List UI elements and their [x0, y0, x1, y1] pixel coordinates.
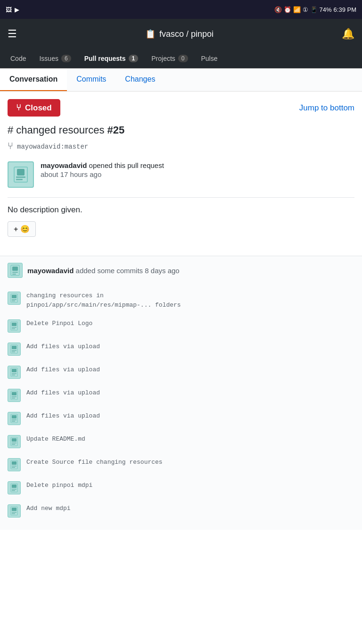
commits-meta: mayowadavid added some commits 8 days ag…: [27, 267, 180, 275]
svg-rect-21: [12, 369, 16, 372]
tab-issues[interactable]: Issues 6: [33, 49, 77, 68]
hamburger-menu[interactable]: ☰: [8, 28, 17, 40]
svg-rect-13: [12, 323, 16, 326]
pr-tab-commits-label: Commits: [76, 75, 106, 83]
emoji-btn-label: + 😊: [14, 225, 30, 234]
avatar-svg: [13, 166, 28, 183]
svg-rect-11: [12, 301, 15, 301]
tab-issues-label: Issues: [39, 55, 58, 62]
tab-code[interactable]: Code: [4, 49, 33, 68]
commit-item-3: Add files via upload: [8, 337, 362, 360]
pr-time: about 17 hours ago: [41, 170, 164, 178]
commit-icon-2: [8, 319, 21, 333]
commit-icon-4: [8, 366, 21, 379]
small-avatar-svg: [10, 265, 20, 276]
svg-rect-33: [12, 438, 16, 442]
repo-title: 📋 fvasco / pinpoi: [145, 29, 214, 39]
commit-msg-6: Add files via upload: [26, 411, 100, 421]
pr-tabs: Conversation Commits Changes: [0, 68, 362, 92]
pr-title-prefix: # changed resources: [8, 124, 104, 136]
branch-row: ⑂ mayowadavid:master: [8, 141, 354, 152]
commits-section: mayowadavid added some commits 8 days ag…: [0, 256, 362, 530]
svg-rect-9: [12, 295, 16, 298]
pr-badge: 1: [129, 55, 139, 62]
tab-pulse[interactable]: Pulse: [195, 49, 224, 68]
svg-rect-3: [16, 179, 23, 180]
svg-rect-31: [12, 421, 15, 422]
svg-rect-41: [12, 485, 16, 488]
author-action: mayowadavid opened this pull request: [41, 161, 164, 169]
tab-pull-requests[interactable]: Pull requests 1: [78, 49, 145, 68]
projects-badge: 0: [178, 55, 188, 62]
svg-rect-35: [12, 444, 15, 445]
status-row: ⑂ Closed Jump to bottom: [8, 99, 354, 117]
commit-item-6: Add files via upload: [8, 407, 362, 430]
svg-rect-29: [12, 415, 16, 418]
commit-msg-10: Add new mdpi: [26, 504, 71, 513]
svg-rect-19: [12, 351, 15, 352]
pr-tab-conversation[interactable]: Conversation: [0, 68, 67, 91]
time-display: 6:39 PM: [334, 6, 356, 13]
commit-item-7: Update README.md: [8, 430, 362, 453]
svg-rect-6: [12, 272, 18, 273]
commit-icon-10: [8, 504, 21, 518]
svg-rect-5: [12, 267, 18, 271]
svg-rect-2: [16, 176, 25, 178]
pr-description: No description given.: [8, 205, 354, 215]
wifi-icon: 📶: [293, 6, 301, 13]
pr-title: # changed resources #25: [8, 124, 354, 136]
status-right-icons: 🔇 ⏰ 📶 ① 📱 74% 6:39 PM: [274, 6, 356, 13]
tab-projects[interactable]: Projects 0: [145, 49, 194, 68]
pr-title-number: #25: [107, 124, 125, 136]
svg-rect-46: [12, 512, 16, 513]
bell-icon[interactable]: 🔔: [342, 28, 354, 40]
svg-rect-37: [12, 461, 16, 465]
commit-item-8: Create Source file changing resources: [8, 453, 362, 476]
svg-rect-34: [12, 443, 16, 443]
repo-name: fvasco / pinpoi: [159, 29, 214, 39]
commit-icon-8: [8, 458, 21, 471]
commit-msg-9: Delete pinpoi mdpi: [26, 481, 92, 490]
commits-author-name: mayowadavid: [27, 267, 74, 275]
closed-label: Closed: [25, 103, 52, 113]
play-icon: ▶: [15, 6, 19, 13]
commit-msg-8: Create Source file changing resources: [26, 458, 163, 467]
svg-rect-22: [12, 373, 16, 374]
merge-icon: ⑂: [16, 103, 21, 113]
pr-tab-conversation-label: Conversation: [9, 75, 58, 83]
tab-pr-label: Pull requests: [84, 55, 126, 62]
jump-to-bottom[interactable]: Jump to bottom: [299, 103, 354, 113]
commits-author-avatar: [8, 263, 23, 278]
svg-rect-38: [12, 466, 16, 467]
commit-msg-5: Add files via upload: [26, 388, 100, 398]
closed-badge: ⑂ Closed: [8, 99, 60, 117]
battery-text: 74%: [320, 6, 332, 13]
commit-icon-7: [8, 435, 21, 448]
commit-icon-6: [8, 412, 21, 425]
commit-msg-3: Add files via upload: [26, 342, 100, 351]
svg-rect-27: [12, 398, 15, 399]
commit-item-5: Add files via upload: [8, 384, 362, 407]
pr-tab-commits[interactable]: Commits: [67, 68, 115, 91]
commit-item-1: changing resources inpinpoi/app/src/main…: [8, 286, 362, 314]
svg-rect-17: [12, 346, 16, 349]
commit-item-9: Delete pinpoi mdpi: [8, 476, 362, 499]
commit-icon-9: [8, 481, 21, 494]
pr-tab-changes[interactable]: Changes: [115, 68, 165, 91]
svg-rect-25: [12, 392, 16, 395]
commit-list: changing resources inpinpoi/app/src/main…: [0, 284, 362, 530]
nav-tabs: Code Issues 6 Pull requests 1 Projects 0…: [0, 49, 362, 68]
issues-badge: 6: [61, 55, 71, 62]
author-avatar: [8, 161, 34, 188]
notification-badge: ①: [303, 6, 308, 13]
svg-rect-42: [12, 489, 16, 490]
emoji-reaction-button[interactable]: + 😊: [8, 221, 36, 237]
commit-msg-7: Update README.md: [26, 435, 85, 444]
pr-tab-changes-label: Changes: [125, 75, 155, 83]
svg-rect-26: [12, 396, 16, 397]
author-info: mayowadavid opened this pull request abo…: [41, 161, 164, 178]
svg-rect-43: [12, 490, 15, 491]
commit-msg-4: Add files via upload: [26, 365, 100, 375]
author-row: mayowadavid opened this pull request abo…: [8, 161, 354, 188]
svg-rect-10: [12, 299, 16, 300]
